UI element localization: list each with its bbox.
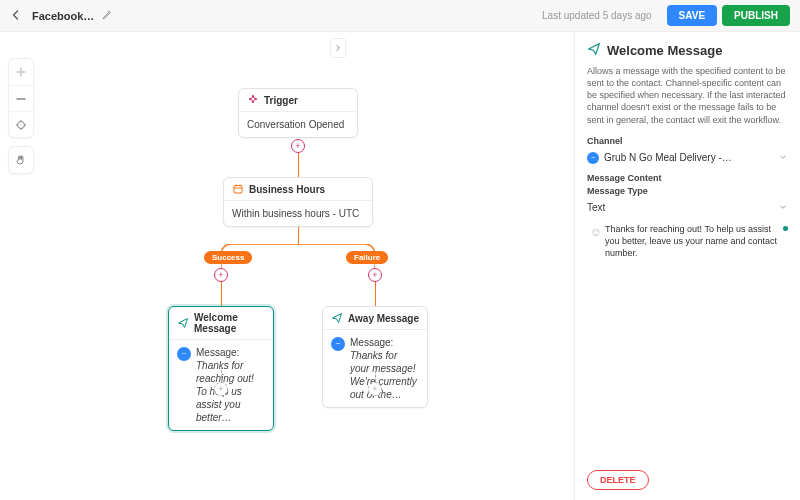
pencil-icon <box>102 10 112 20</box>
connector-dashed <box>221 366 222 382</box>
branch-label-success: Success <box>204 251 252 264</box>
add-step-button[interactable]: + <box>214 268 228 282</box>
channel-label: Channel <box>587 136 788 146</box>
connector <box>298 153 299 177</box>
connector <box>298 227 299 245</box>
message-type-value: Text <box>587 202 605 213</box>
publish-button[interactable]: PUBLISH <box>722 5 790 26</box>
send-icon <box>587 42 601 59</box>
edit-title-button[interactable] <box>102 10 112 22</box>
calendar-icon <box>232 183 244 195</box>
back-button[interactable] <box>10 9 22 23</box>
node-header: Trigger <box>239 89 357 112</box>
node-title: Away Message <box>348 313 419 324</box>
workflow-title: Facebook… <box>32 10 94 22</box>
panel-description: Allows a message with the specified cont… <box>587 65 788 126</box>
channel-value: ~ Grub N Go Meal Delivery -… <box>587 152 732 164</box>
connector-dashed <box>375 366 376 382</box>
branch-label-failure: Failure <box>346 251 388 264</box>
canvas[interactable]: Trigger Conversation Opened + Business H… <box>0 32 574 500</box>
messenger-icon: ~ <box>177 347 191 361</box>
node-message-text: Message: Thanks for your message! We're … <box>350 336 419 401</box>
panel-title: Welcome Message <box>587 42 788 59</box>
node-header: Away Message <box>323 307 427 330</box>
main: Trigger Conversation Opened + Business H… <box>0 32 800 500</box>
messenger-icon: ~ <box>587 152 599 164</box>
add-step-button[interactable]: + <box>214 382 228 396</box>
message-content-row[interactable]: ☺ Thanks for reaching out! To help us as… <box>587 223 788 259</box>
node-title: Business Hours <box>249 184 325 195</box>
add-step-button[interactable]: + <box>368 382 382 396</box>
add-step-button[interactable]: + <box>368 268 382 282</box>
arrow-left-icon <box>10 9 22 21</box>
chevron-down-icon <box>778 202 788 214</box>
connector <box>375 282 376 306</box>
canvas-inner: Trigger Conversation Opened + Business H… <box>0 32 574 500</box>
node-body: Within business hours - UTC <box>224 201 372 226</box>
node-title: Trigger <box>264 95 298 106</box>
trigger-icon <box>247 94 259 106</box>
node-message-text: Message: Thanks for reaching out! To hel… <box>196 346 265 424</box>
last-updated: Last updated 5 days ago <box>542 10 652 21</box>
type-label: Message Type <box>587 186 788 196</box>
add-step-button[interactable]: + <box>291 139 305 153</box>
delete-button[interactable]: DELETE <box>587 470 649 490</box>
node-header: Welcome Message <box>169 307 273 340</box>
node-body: Conversation Opened <box>239 112 357 137</box>
message-content-text: Thanks for reaching out! To help us assi… <box>605 223 779 259</box>
node-trigger[interactable]: Trigger Conversation Opened <box>238 88 358 138</box>
chevron-down-icon <box>778 152 788 164</box>
node-header: Business Hours <box>224 178 372 201</box>
status-dot-icon <box>783 226 788 231</box>
node-business-hours[interactable]: Business Hours Within business hours - U… <box>223 177 373 227</box>
node-title: Welcome Message <box>194 312 265 334</box>
topbar: Facebook… Last updated 5 days ago SAVE P… <box>0 0 800 32</box>
side-panel: Welcome Message Allows a message with th… <box>574 32 800 500</box>
channel-select[interactable]: ~ Grub N Go Meal Delivery -… <box>587 149 788 167</box>
message-type-select[interactable]: Text <box>587 199 788 217</box>
content-label: Message Content <box>587 173 788 183</box>
emoji-icon: ☺ <box>587 225 605 239</box>
send-icon <box>177 317 189 329</box>
svg-rect-1 <box>234 186 242 194</box>
send-icon <box>331 312 343 324</box>
connector <box>221 282 222 306</box>
save-button[interactable]: SAVE <box>667 5 718 26</box>
messenger-icon: ~ <box>331 337 345 351</box>
